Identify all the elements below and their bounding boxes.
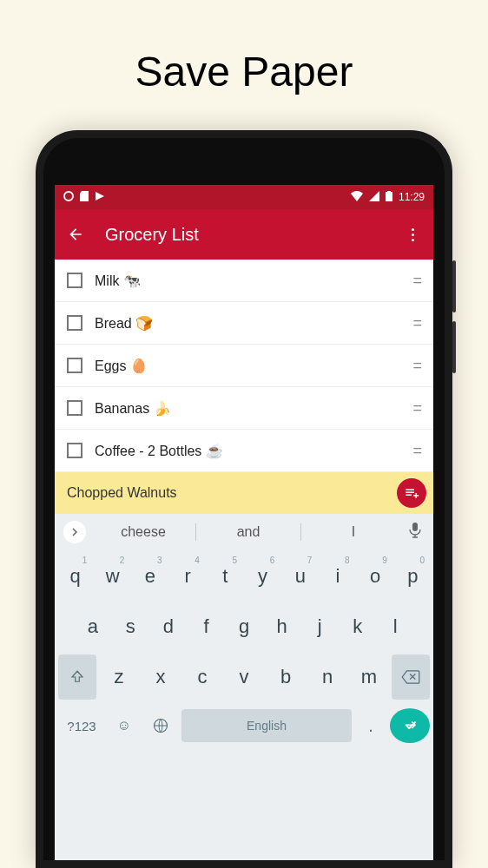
period-key[interactable]: . <box>355 707 386 745</box>
key-t[interactable]: t5 <box>208 554 242 599</box>
app-title: Grocery List <box>105 225 404 245</box>
key-v[interactable]: v <box>225 654 263 700</box>
sd-card-icon <box>80 191 89 204</box>
svg-rect-3 <box>412 523 418 531</box>
keyboard-suggestion-bar: cheese and I <box>55 514 433 550</box>
checkbox[interactable] <box>67 443 82 458</box>
expand-suggestions-button[interactable] <box>63 521 86 543</box>
wifi-icon <box>351 191 363 204</box>
item-label: Coffee - 2 Bottles ☕ <box>95 443 412 459</box>
svg-rect-2 <box>387 191 391 193</box>
phone-bezel: 11:29 Grocery List Milk 🐄 = <box>43 138 445 860</box>
item-label: Bread 🍞 <box>95 315 412 332</box>
key-z[interactable]: z <box>100 654 138 700</box>
back-button[interactable] <box>67 226 84 243</box>
key-j[interactable]: j <box>302 604 337 649</box>
key-i[interactable]: i8 <box>320 554 354 599</box>
backspace-key[interactable] <box>392 654 430 700</box>
keyboard-row-2: a s d f g h j k l <box>58 604 430 649</box>
key-b[interactable]: b <box>267 654 305 700</box>
item-label: Bananas 🍌 <box>95 400 412 417</box>
app-bar: Grocery List <box>55 209 433 260</box>
enter-key[interactable] <box>390 708 430 743</box>
key-f[interactable]: f <box>189 604 224 649</box>
add-item-row: Chopped Walnuts <box>55 472 433 514</box>
add-item-button[interactable] <box>397 478 426 508</box>
key-k[interactable]: k <box>340 604 375 649</box>
key-x[interactable]: x <box>142 654 180 700</box>
mic-icon[interactable] <box>406 523 425 542</box>
screen: 11:29 Grocery List Milk 🐄 = <box>55 185 433 860</box>
key-y[interactable]: y6 <box>246 554 280 599</box>
item-label: Milk 🐄 <box>95 273 412 289</box>
list-item[interactable]: Eggs 🥚 = <box>55 345 433 387</box>
overflow-menu-button[interactable] <box>404 228 421 241</box>
key-q[interactable]: q1 <box>58 554 92 599</box>
shift-key[interactable] <box>58 654 96 700</box>
grocery-list: Milk 🐄 = Bread 🍞 = Eggs 🥚 = Bananas 🍌 = <box>55 260 433 472</box>
volume-down-button <box>452 321 456 373</box>
key-e[interactable]: e3 <box>133 554 167 599</box>
signal-icon <box>369 191 379 204</box>
item-label: Eggs 🥚 <box>95 358 412 374</box>
key-m[interactable]: m <box>350 654 388 700</box>
language-key[interactable] <box>143 707 178 745</box>
suggestion-1[interactable]: cheese <box>91 524 195 540</box>
volume-up-button <box>452 260 456 312</box>
add-item-input[interactable]: Chopped Walnuts <box>67 485 397 501</box>
list-item[interactable]: Bananas 🍌 = <box>55 387 433 430</box>
keyboard: q1 w2 e3 r4 t5 y6 u7 i8 o9 p0 a s d f g <box>55 550 433 860</box>
svg-rect-1 <box>386 192 392 201</box>
key-u[interactable]: u7 <box>283 554 317 599</box>
key-w[interactable]: w2 <box>96 554 129 599</box>
list-item[interactable]: Bread 🍞 = <box>55 302 433 345</box>
checkbox[interactable] <box>67 400 82 416</box>
keyboard-row-1: q1 w2 e3 r4 t5 y6 u7 i8 o9 p0 <box>58 554 430 599</box>
play-store-icon <box>95 191 105 204</box>
emoji-key[interactable]: ☺ <box>109 707 140 745</box>
spacebar[interactable]: English <box>181 709 352 742</box>
battery-icon <box>386 191 392 204</box>
drag-handle-icon[interactable]: = <box>412 314 421 332</box>
svg-point-0 <box>64 192 73 201</box>
key-c[interactable]: c <box>183 654 221 700</box>
record-icon <box>63 191 74 204</box>
drag-handle-icon[interactable]: = <box>412 399 421 418</box>
status-bar: 11:29 <box>55 185 433 209</box>
list-item[interactable]: Coffee - 2 Bottles ☕ = <box>55 430 433 472</box>
drag-handle-icon[interactable]: = <box>412 357 421 375</box>
key-l[interactable]: l <box>378 604 412 649</box>
key-p[interactable]: p0 <box>396 554 430 599</box>
checkbox[interactable] <box>67 315 82 331</box>
key-r[interactable]: r4 <box>171 554 205 599</box>
suggestion-2[interactable]: and <box>196 524 300 540</box>
drag-handle-icon[interactable]: = <box>412 442 421 460</box>
page-headline: Save Paper <box>0 0 488 95</box>
key-s[interactable]: s <box>114 604 148 649</box>
phone-frame: 11:29 Grocery List Milk 🐄 = <box>36 130 452 868</box>
key-n[interactable]: n <box>308 654 346 700</box>
key-g[interactable]: g <box>227 604 261 649</box>
key-a[interactable]: a <box>76 604 110 649</box>
key-o[interactable]: o9 <box>359 554 392 599</box>
checkbox[interactable] <box>67 358 82 373</box>
list-item[interactable]: Milk 🐄 = <box>55 260 433 302</box>
checkbox[interactable] <box>67 273 82 288</box>
drag-handle-icon[interactable]: = <box>412 272 421 290</box>
keyboard-row-bottom: ?123 ☺ English . <box>58 705 430 746</box>
keyboard-row-3: z x c v b n m <box>58 654 430 700</box>
key-h[interactable]: h <box>265 604 300 649</box>
clock-text: 11:29 <box>399 191 425 203</box>
suggestion-3[interactable]: I <box>301 524 406 540</box>
key-d[interactable]: d <box>151 604 186 649</box>
symbols-key[interactable]: ?123 <box>58 707 105 745</box>
